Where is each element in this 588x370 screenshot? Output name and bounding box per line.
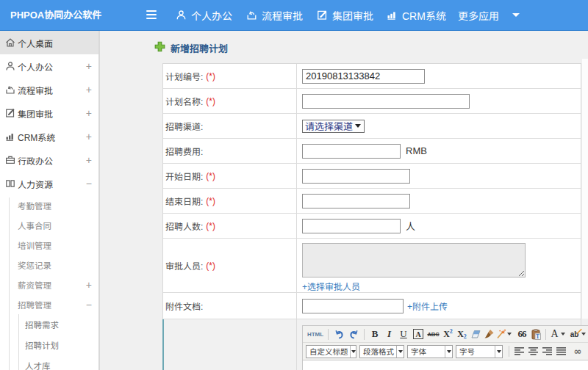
underline-button[interactable]: U [396,327,411,341]
sidebar-item-recruit-mgmt[interactable]: 招聘管理− [0,294,98,314]
submenu-guide-line [18,314,19,370]
strikethrough-button[interactable]: ABC [426,327,441,341]
plan-name-input[interactable] [302,94,470,109]
align-right-icon[interactable] [540,344,554,359]
nav-process-approval[interactable]: 流程审批 [246,0,303,30]
field-label: 计划编号: [165,70,203,82]
eraser-icon[interactable] [469,327,482,341]
bold-button[interactable]: B [368,327,382,341]
sidebar-item-label: 人力资源 [18,178,53,190]
app-logo: PHPOA协同办公软件 [10,0,101,30]
expand-plus-icon[interactable]: + [86,107,92,119]
hamburger-menu-icon[interactable] [146,10,157,20]
sidebar-item-crm[interactable]: CRM系统 + [0,125,98,148]
italic-button[interactable]: I [382,327,396,341]
editor-row-label-cell [164,319,297,370]
sidebar-item-attendance[interactable]: 考勤管理 [0,195,98,215]
required-mark: (*) [206,96,215,106]
channel-select[interactable]: 请选择渠道 [302,120,365,133]
field-label: 结束日期: [165,195,203,207]
select-arrow-icon [495,346,502,358]
highlight-color-button[interactable]: ab [568,327,581,341]
subscript-button[interactable]: X2 [455,327,469,341]
nav-group-approval[interactable]: 集团审批 [317,0,373,30]
sidebar-item-hr-contract[interactable]: 人事合同 [0,215,98,235]
start-date-input[interactable] [302,169,410,184]
sidebar-item-rewards[interactable]: 奖惩记录 [0,255,98,275]
font-color-button[interactable]: A [549,327,560,341]
undo-button[interactable] [331,327,346,341]
collapse-minus-icon[interactable]: − [86,178,92,189]
sidebar-item-label: 个人办公 [18,60,53,73]
briefcase-icon [5,155,15,165]
sidebar-item-label: 个人桌面 [18,37,53,49]
sidebar-item-recruit-plan[interactable]: 招聘计划 [0,335,98,355]
link-icon[interactable]: ∞ [570,344,586,359]
sidebar-item-personal-office[interactable]: 个人办公 + [0,54,98,78]
align-left-icon[interactable] [512,344,526,359]
heading-select[interactable]: 自定义标题 [306,345,356,358]
blockquote-button[interactable]: 66 [514,327,529,341]
attachment-upload-link[interactable]: +附件上传 [407,300,448,312]
collapse-minus-icon[interactable]: − [86,299,92,311]
nav-more-apps[interactable]: 更多应用 [458,0,520,30]
edit-square-icon [317,10,328,21]
align-center-icon[interactable] [526,344,540,359]
headcount-input[interactable] [302,219,401,233]
paste-as-text-icon[interactable]: T [529,327,542,341]
expand-plus-icon[interactable]: + [86,84,92,95]
expand-plus-icon[interactable]: + [86,60,92,72]
form-row-plan-name: 计划名称:(*) [163,89,581,114]
submenu-guide-line [9,197,10,370]
required-mark: (*) [206,171,215,181]
nav-crm-system[interactable]: CRM系统 [387,0,446,30]
sidebar-recruit-submenu: 招聘需求 招聘计划 人才库 [0,314,98,370]
sidebar-item-talent-pool[interactable]: 人才库 [0,355,98,370]
cost-input[interactable] [302,144,401,159]
required-mark: (*) [206,196,215,206]
font-style-button[interactable]: A [411,327,426,341]
svg-text:T: T [536,333,539,340]
end-date-input[interactable] [302,194,410,208]
format-paint-icon[interactable] [495,327,506,341]
expand-plus-icon[interactable]: + [86,279,92,291]
editor-content-area[interactable] [303,360,588,370]
page-title: 新增招聘计划 [154,40,228,55]
caret-down-icon [512,13,520,17]
sidebar-item-recruit-need[interactable]: 招聘需求 [0,314,98,335]
sidebar-item-process-approval[interactable]: 流程审批 + [0,78,98,101]
font-size-select[interactable]: 字号 [456,345,503,358]
sidebar-item-hr[interactable]: 人力资源 − [0,172,98,195]
bar-chart-icon [5,131,15,142]
expand-plus-icon[interactable]: + [86,154,92,166]
nav-personal-office[interactable]: 个人办公 [176,0,232,30]
approvers-textarea[interactable] [302,243,526,278]
source-code-button[interactable]: HTML [306,327,325,341]
align-justify-icon[interactable] [554,344,568,359]
field-label: 审批人员: [165,259,203,272]
paragraph-format-select[interactable]: 段落格式 [359,345,404,358]
clear-format-brush-icon[interactable] [482,327,495,341]
attachment-input[interactable] [302,299,404,313]
select-approvers-link[interactable]: +选择审批人员 [302,280,360,292]
required-mark: (*) [206,221,215,231]
sidebar-item-label: CRM系统 [18,131,55,143]
plan-no-input[interactable] [302,69,425,84]
superscript-button[interactable]: X2 [441,327,455,341]
home-icon [5,37,15,48]
sidebar-item-label: 集团审批 [18,107,53,120]
user-icon [5,61,15,71]
sidebar-item-desktop[interactable]: 个人桌面 [0,31,98,54]
form-row-end-date: 结束日期:(*) [163,189,581,214]
dropdown-caret-icon[interactable] [561,333,565,335]
font-family-select[interactable]: 字体 [407,345,453,358]
redo-button[interactable] [346,327,361,341]
sidebar-item-admin-office[interactable]: 行政办公 + [0,148,98,172]
recruitment-plan-form: 计划编号:(*) 计划名称:(*) 招聘渠道: 请选择渠道 招聘费用: RMB … [162,63,581,370]
sidebar-item-training[interactable]: 培训管理 [0,235,98,255]
dropdown-caret-icon[interactable] [507,333,512,335]
sidebar-item-salary[interactable]: 薪资管理+ [0,275,98,294]
field-label: 招聘费用: [165,145,203,157]
sidebar-item-group-approval[interactable]: 集团审批 + [0,101,98,125]
expand-plus-icon[interactable]: + [86,131,92,142]
